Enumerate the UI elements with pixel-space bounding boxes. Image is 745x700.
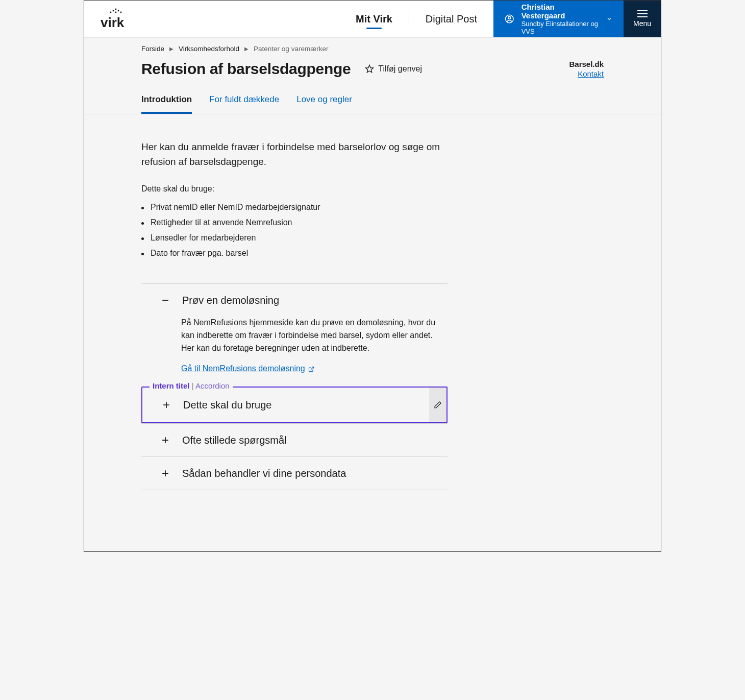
hamburger-icon bbox=[637, 10, 648, 17]
svg-point-0 bbox=[115, 8, 117, 10]
svg-rect-10 bbox=[637, 13, 648, 14]
breadcrumb-current: Patenter og varemærker bbox=[254, 45, 328, 53]
tabs: Introduktion For fuldt dækkede Love og r… bbox=[141, 88, 604, 114]
accordion-item: + Ofte stillede spørgsmål bbox=[141, 423, 448, 457]
nav-digital-post[interactable]: Digital Post bbox=[426, 1, 477, 37]
accordion-header[interactable]: + Ofte stillede spørgsmål bbox=[141, 424, 448, 456]
page-head: Forside ▶ Virksomhedsforhold ▶ Patenter … bbox=[84, 38, 661, 114]
accordion-item: − Prøv en demoløsning På NemRefusions hj… bbox=[141, 284, 448, 387]
list-item: Dato for fravær pga. barsel bbox=[141, 249, 448, 258]
tab-fuldt-daekkede[interactable]: For fuldt dækkede bbox=[209, 88, 279, 114]
topbar: virk Mit Virk Digital Post Christian Ves… bbox=[84, 1, 661, 38]
star-outline-icon bbox=[365, 64, 374, 74]
accordion-title: Ofte stillede spørgsmål bbox=[182, 435, 287, 446]
user-text: Christian Vestergaard Sundby Elinstallat… bbox=[522, 3, 600, 35]
intro-lead: Her kan du anmelde fravær i forbindelse … bbox=[141, 140, 448, 169]
org-name: Barsel.dk bbox=[569, 60, 604, 68]
svg-point-5 bbox=[120, 11, 122, 13]
top-nav: Mit Virk Digital Post bbox=[356, 1, 493, 37]
plus-icon: + bbox=[161, 467, 170, 479]
accordion-body: På NemRefusions hjemmeside kan du prøve … bbox=[141, 317, 448, 387]
menu-button[interactable]: Menu bbox=[624, 1, 661, 37]
user-name: Christian Vestergaard bbox=[522, 3, 600, 20]
list-item: Lønsedler for medarbejderen bbox=[141, 233, 448, 243]
svg-point-8 bbox=[508, 16, 511, 19]
svg-point-4 bbox=[115, 11, 117, 13]
svg-marker-12 bbox=[366, 65, 374, 73]
nav-divider bbox=[409, 12, 409, 26]
contact-link[interactable]: Kontakt bbox=[569, 69, 604, 78]
breadcrumb-link[interactable]: Virksomhedsforhold bbox=[179, 45, 239, 53]
page-title: Refusion af barselsdagpenge bbox=[141, 60, 351, 78]
need-list: Privat nemID eller NemID medarbejdersign… bbox=[141, 203, 448, 258]
link-text: Gå til NemRefusions demoløsning bbox=[181, 363, 305, 375]
list-item: Rettigheder til at anvende Nemrefusion bbox=[141, 218, 448, 227]
svg-rect-11 bbox=[637, 16, 648, 17]
editor-label: Intern titel | Accordion bbox=[150, 381, 233, 390]
svg-point-1 bbox=[113, 10, 114, 11]
pencil-icon bbox=[434, 401, 442, 409]
title-row: Refusion af barselsdagpenge Tilføj genve… bbox=[141, 60, 604, 78]
edit-button[interactable] bbox=[429, 388, 446, 422]
logo[interactable]: virk bbox=[84, 1, 147, 37]
accordion-title: Prøv en demoløsning bbox=[182, 295, 279, 306]
accordion-body-text: På NemRefusions hjemmeside kan du prøve … bbox=[181, 317, 448, 354]
editor-label-type: Accordion bbox=[195, 381, 230, 390]
accordion-title: Sådan behandler vi dine persondata bbox=[182, 468, 346, 479]
accordion-header[interactable]: + Dette skal du bruge bbox=[142, 388, 429, 422]
nav-mit-virk[interactable]: Mit Virk bbox=[356, 1, 392, 37]
user-menu[interactable]: Christian Vestergaard Sundby Elinstallat… bbox=[493, 1, 624, 37]
accordion-header[interactable]: + Sådan behandler vi dine persondata bbox=[141, 457, 448, 490]
external-link-icon bbox=[308, 366, 314, 372]
accordion-item: + Sådan behandler vi dine persondata bbox=[141, 457, 448, 490]
org-meta: Barsel.dk Kontakt bbox=[569, 60, 604, 78]
content: Her kan du anmelde fravær i forbindelse … bbox=[84, 114, 661, 551]
editor-highlight: Intern titel | Accordion + Dette skal du… bbox=[141, 387, 448, 423]
svg-point-2 bbox=[118, 10, 119, 11]
chevron-right-icon: ▶ bbox=[244, 46, 249, 52]
tab-introduktion[interactable]: Introduktion bbox=[141, 88, 192, 114]
breadcrumb: Forside ▶ Virksomhedsforhold ▶ Patenter … bbox=[141, 45, 604, 53]
plus-icon: + bbox=[162, 399, 171, 411]
user-icon bbox=[505, 13, 514, 25]
svg-line-13 bbox=[311, 367, 314, 370]
editor-label-title: Intern titel bbox=[153, 381, 190, 390]
tab-love-regler[interactable]: Love og regler bbox=[296, 88, 352, 114]
accordion-header[interactable]: − Prøv en demoløsning bbox=[141, 284, 448, 317]
svg-rect-9 bbox=[637, 10, 648, 11]
user-org: Sundby Elinstallationer og VVS bbox=[522, 20, 600, 35]
shortcut-label: Tilføj genvej bbox=[378, 64, 422, 74]
need-label: Dette skal du bruge: bbox=[141, 184, 448, 194]
list-item: Privat nemID eller NemID medarbejdersign… bbox=[141, 203, 448, 212]
accordion-title: Dette skal du bruge bbox=[183, 399, 271, 411]
add-shortcut-button[interactable]: Tilføj genvej bbox=[365, 64, 422, 74]
chevron-right-icon: ▶ bbox=[169, 46, 173, 52]
external-link[interactable]: Gå til NemRefusions demoløsning bbox=[181, 363, 314, 375]
menu-label: Menu bbox=[633, 19, 651, 28]
svg-text:virk: virk bbox=[101, 15, 125, 30]
breadcrumb-link[interactable]: Forside bbox=[141, 45, 164, 53]
plus-icon: + bbox=[161, 434, 170, 446]
minus-icon: − bbox=[161, 294, 170, 306]
accordion-item-editing: Intern titel | Accordion + Dette skal du… bbox=[141, 387, 448, 423]
accordion-group: − Prøv en demoløsning På NemRefusions hj… bbox=[141, 283, 448, 490]
svg-point-3 bbox=[110, 11, 112, 13]
virk-logo-icon: virk bbox=[101, 8, 131, 31]
chevron-down-icon bbox=[606, 15, 612, 22]
